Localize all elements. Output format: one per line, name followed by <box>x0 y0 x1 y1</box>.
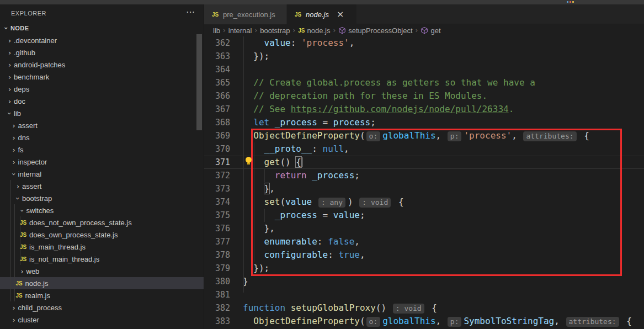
item-label: cluster <box>18 316 39 324</box>
tab-pre-execution-js[interactable]: JSpre_execution.js <box>204 4 287 24</box>
sidebar-item-bootstrap[interactable]: ›bootstrap <box>0 192 204 204</box>
line-number[interactable]: 371 <box>204 156 230 169</box>
line-number[interactable]: 366 <box>204 89 230 103</box>
code-line-371[interactable]: 371 get() { <box>204 156 644 169</box>
chevron-right-icon: › <box>6 36 14 45</box>
editor-indent-guide <box>243 36 244 293</box>
inlay-hint-chip: o: <box>366 131 381 141</box>
line-number[interactable]: 372 <box>204 169 230 182</box>
line-number[interactable]: 374 <box>204 195 230 209</box>
code-line-370[interactable]: 370 __proto__: null, <box>204 142 644 156</box>
line-number[interactable]: 382 <box>204 301 230 315</box>
breadcrumb-item-node-js[interactable]: JSnode.js <box>298 26 330 35</box>
sidebar-scrollbar[interactable] <box>196 34 202 130</box>
line-number[interactable]: 369 <box>204 129 230 142</box>
line-number[interactable]: 376 <box>204 222 230 235</box>
sidebar-section-node[interactable]: › NODE <box>0 22 204 34</box>
more-actions-icon[interactable]: ⋯ <box>186 7 195 18</box>
code-line-374[interactable]: 374 set(value : any) : void { <box>204 195 644 209</box>
tab-node-js[interactable]: JSnode.js× <box>287 4 356 24</box>
line-number[interactable]: 375 <box>204 209 230 222</box>
code-line-379[interactable]: 379 }); <box>204 262 644 275</box>
code-text: } <box>230 275 644 288</box>
sidebar-item-is-not-main-thread-js[interactable]: JSis_not_main_thread.js <box>0 253 204 265</box>
code-line-377[interactable]: 377 enumerable: false, <box>204 235 644 248</box>
sidebar-item--devcontainer[interactable]: ›.devcontainer <box>0 34 204 46</box>
breadcrumb-item-get[interactable]: get <box>421 26 440 35</box>
line-number[interactable]: 370 <box>204 142 230 156</box>
titlebar-icon-fragment <box>572 1 574 3</box>
sidebar-item-android-patches[interactable]: ›android-patches <box>0 59 204 71</box>
sidebar-item-deps[interactable]: ›deps <box>0 83 204 95</box>
sidebar-item-assert[interactable]: ›assert <box>0 180 204 192</box>
line-number[interactable]: 379 <box>204 262 230 275</box>
titlebar-icon-fragment <box>570 1 571 3</box>
code-line-362[interactable]: 362 value: 'process', <box>204 36 644 50</box>
code-line-373[interactable]: 373 }, <box>204 182 644 195</box>
line-number[interactable]: 377 <box>204 235 230 248</box>
code-line-363[interactable]: 363 }); <box>204 50 644 63</box>
breadcrumb-item-lib[interactable]: lib <box>213 26 220 35</box>
code-editor[interactable]: 362 value: 'process',363 });364365 // Cr… <box>204 36 644 329</box>
tab-label: node.js <box>306 10 329 19</box>
sidebar-item-child-process[interactable]: ›child_process <box>0 301 204 314</box>
code-line-380[interactable]: 380} <box>204 275 644 288</box>
sidebar-item-dns[interactable]: ›dns <box>0 131 204 144</box>
sidebar-item-cluster[interactable]: ›cluster <box>0 314 204 326</box>
sidebar-item-benchmark[interactable]: ›benchmark <box>0 71 204 83</box>
sidebar-item-is-main-thread-js[interactable]: JSis_main_thread.js <box>0 241 204 253</box>
line-number[interactable]: 383 <box>204 315 230 328</box>
code-line-378[interactable]: 378 configurable: true, <box>204 248 644 262</box>
line-number[interactable]: 368 <box>204 116 230 129</box>
sidebar-item-does-own-process-state-js[interactable]: JSdoes_own_process_state.js <box>0 229 204 241</box>
breadcrumb-item-bootstrap[interactable]: bootstrap <box>260 26 290 35</box>
code-line-382[interactable]: 382function setupGlobalProxy() : void { <box>204 301 644 315</box>
sidebar-item-internal[interactable]: ›internal <box>0 168 204 180</box>
line-number[interactable]: 365 <box>204 76 230 89</box>
editor-tab-bar: JSpre_execution.jsJSnode.js× <box>204 4 644 24</box>
line-number[interactable]: 367 <box>204 103 230 116</box>
sidebar-item-inspector[interactable]: ›inspector <box>0 156 204 168</box>
sidebar-item-fs[interactable]: ›fs <box>0 144 204 156</box>
code-line-367[interactable]: 367 // See https://github.com/nodejs/nod… <box>204 103 644 116</box>
code-text: }, <box>230 182 644 195</box>
lightbulb-icon[interactable] <box>245 157 252 164</box>
sidebar-item--github[interactable]: ›.github <box>0 46 204 59</box>
line-number[interactable]: 378 <box>204 248 230 262</box>
code-line-369[interactable]: 369 ObjectDefineProperty(o:globalThis, p… <box>204 129 644 142</box>
sidebar-item-lib[interactable]: ›lib <box>0 107 204 119</box>
code-line-364[interactable]: 364 <box>204 63 644 76</box>
close-icon[interactable]: × <box>337 10 344 19</box>
line-number[interactable]: 363 <box>204 50 230 63</box>
line-number[interactable]: 364 <box>204 63 230 76</box>
code-line-375[interactable]: 375 _process = value; <box>204 209 644 222</box>
code-line-383[interactable]: 383 ObjectDefineProperty(o:globalThis, p… <box>204 315 644 328</box>
line-number[interactable]: 362 <box>204 36 230 50</box>
sidebar-item-switches[interactable]: ›switches <box>0 204 204 216</box>
sidebar-item-node-js[interactable]: JSnode.js <box>0 277 204 289</box>
code-text: // deprecation path for these in ES Modu… <box>230 89 644 103</box>
breadcrumb-item-internal[interactable]: internal <box>228 26 252 35</box>
code-line-368[interactable]: 368 let _process = process; <box>204 116 644 129</box>
line-number[interactable]: 373 <box>204 182 230 195</box>
item-label: android-patches <box>14 61 65 69</box>
breadcrumb-separator: › <box>254 26 257 34</box>
js-file-icon: JS <box>212 12 223 18</box>
code-line-372[interactable]: 372 return _process; <box>204 169 644 182</box>
breadcrumb-item-setupprocessobject[interactable]: setupProcessObject <box>338 26 412 35</box>
line-number[interactable]: 381 <box>204 288 230 301</box>
sidebar-item-assert[interactable]: ›assert <box>0 119 204 131</box>
line-number[interactable]: 380 <box>204 275 230 288</box>
code-line-366[interactable]: 366 // deprecation path for these in ES … <box>204 89 644 103</box>
code-line-365[interactable]: 365 // Create global.process as getters … <box>204 76 644 89</box>
item-label: benchmark <box>14 73 49 81</box>
code-text: function setupGlobalProxy() : void { <box>230 301 644 315</box>
item-label: is_main_thread.js <box>29 243 86 251</box>
sidebar-item-realm-js[interactable]: JSrealm.js <box>0 289 204 301</box>
sidebar-item-web[interactable]: ›web <box>0 265 204 277</box>
sidebar-item-doc[interactable]: ›doc <box>0 95 204 107</box>
chevron-right-icon: › <box>10 134 18 142</box>
sidebar-item-does-not-own-process-state-js[interactable]: JSdoes_not_own_process_state.js <box>0 216 204 229</box>
code-line-381[interactable]: 381 <box>204 288 644 301</box>
code-line-376[interactable]: 376 }, <box>204 222 644 235</box>
